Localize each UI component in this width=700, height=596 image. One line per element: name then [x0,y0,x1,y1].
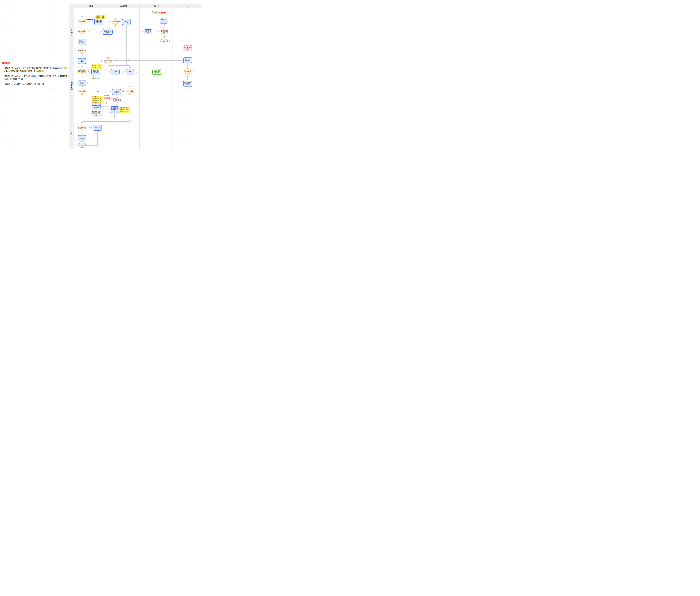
sticky-note-restore-fill-2[interactable]: 问题还原：必填。问题澄清：可选。 [91,64,102,69]
decision-can-handle[interactable]: 是否能处理 [78,18,86,25]
glossary-list: • 问题还原（处理人填写）：带序号阐述问题定位的过程。说明排查的步骤以及思路。可… [2,67,68,86]
subprocess-requirement-tracking[interactable]: 需求跟踪子流程 [183,46,192,51]
decision-patch-passed[interactable]: 打补丁后是否通过 [160,29,169,35]
edge-label-no: 否 [116,104,118,106]
glossary-item-restore: • 问题还原（处理人填写）：带序号阐述问题定位的过程。说明排查的步骤以及思路。可… [2,67,68,73]
decision-meets-fix-conditions[interactable]: 是否满足修复条件 [78,68,86,75]
process-lichao-liuli-judge[interactable]: 李超/刘利判断是否转技术需求 [92,110,101,117]
edge-label-yes: 是 [97,90,99,92]
blocks-defect-annotation: blocks 缺陷单 [92,77,99,79]
decision-code-modified[interactable]: 是否修改代码 [78,125,86,131]
process-locate-1[interactable]: 定位 [122,19,131,25]
ticket-standard-tag[interactable]: 提单标准 [160,11,166,14]
edge-label-yes: 是 [81,77,83,79]
edge-label-yes: 是 [89,30,91,32]
decision-new-requirement[interactable]: 是否新需求 [183,68,193,75]
edge-label-no: 否 [186,77,189,79]
process-return-line2[interactable]: 退回二线 [93,125,102,131]
edge-label-no: 否 [88,70,90,72]
edge-label-yes: 是 [81,132,83,134]
edge-label-no: 否 [89,20,91,22]
decision-temp-solution-right[interactable]: 是否临时解 [126,88,134,95]
bullet-icon: • [2,83,2,86]
edge-label-no: 否 [164,26,165,27]
process-transfer-to-line1[interactable]: 单子转一线协助 [144,29,152,34]
sticky-note-escalation-fields[interactable]: 升级原因：必填。问题还原：必填。问题澄清：可选。解法说明：可选。 [92,96,103,104]
red-note-escalation-reasons: 1.找不到根因2.没有解决方案3.团队内没有能力独立解决 [103,95,116,100]
glossary-item-clarify: • 问题澄清（处理人填写）：问题的背景等说明。问题的根因，影响面有多广，需要的支… [2,75,68,80]
bullet-icon: • [2,75,2,80]
decision-temp-solution-left[interactable]: 是否临时解 [78,88,86,95]
edge-label-yes: 是 [128,58,130,60]
decision-known-issue-2[interactable]: 是否已知问题? [78,29,86,34]
glossary-item-escalation: • 升级原因（SM/CO填写）：说明由于哪些卡点，需要升级。 [2,83,68,86]
edge-label-no: 否 [115,65,117,67]
process-fix[interactable]: 修复 [126,69,134,75]
process-return-to-rd-2[interactable]: 退回对应研发 [183,81,192,87]
edge-label-yes: 是 [123,90,124,92]
process-locate-2[interactable]: 定位 [78,58,86,64]
process-pending-verify[interactable]: 待验证 [78,135,86,141]
sticky-note-restore-fill[interactable]: 问题还原：必填。问题澄清：可选。 [95,15,106,19]
decision-local-reproduce[interactable]: 本地是否复现 [78,48,86,54]
glossary-panel: 名词解释 • 问题还原（处理人填写）：带序号阐述问题定位的过程。说明排查的步骤以… [2,61,68,88]
process-create-task-sm-1[interactable]: 建任务给原团队SM [94,19,103,25]
process-assist-provide-materials[interactable]: 协助提供排查资料 [152,69,161,75]
edge-label-no: 否 [130,120,132,121]
process-return-to-rd[interactable]: 转回对应研发 [160,18,168,24]
process-note-hotfix[interactable]: 备注解决hotfix版本 [103,29,112,35]
process-join-group[interactable]: 入群 [111,69,120,75]
glossary-title: 名词解释 [2,61,68,64]
end-node-top[interactable]: 结束 [160,39,168,43]
decision-convert-to-requirement[interactable]: 是否转需求(PO) [103,57,112,65]
edge-label-yes: 是 [81,26,83,28]
edge-label-yes: 是 [194,70,196,72]
end-node-bottom[interactable]: 结束 [78,143,86,148]
process-create-task-sm-2[interactable]: 建任务给原团队SM [92,69,100,75]
edge-label-yes: 是 [111,27,113,29]
sticky-note-required-fields[interactable]: 问题还原：必填。问题澄清：必填。解法说明：必填。 [119,107,130,113]
edge-label-no: 否 [88,126,90,128]
process-create-group[interactable]: 建群（一线、tac） [78,39,86,45]
edge-label-yes: 是 [106,102,107,104]
decision-known-issue-1[interactable]: 是否已知问题? [111,18,120,25]
process-requirement-confirm[interactable]: 需求确认 [183,57,192,63]
start-node-submit-ticket[interactable]: 提单 [152,11,159,15]
edge-label-yes: 是 [81,55,83,57]
process-fix-question[interactable]: 修复? [78,80,86,86]
process-note-transfer-team-member[interactable]: 备注后任务转给团队成员 [110,106,119,113]
edge-label-no: 否 [81,35,83,37]
bullet-icon: • [2,67,2,73]
process-co-confirm[interactable]: CO确认 [112,89,121,95]
edge-label-no: 否 [81,102,83,103]
process-co-note-transfer-huantao[interactable]: CO备注后任务转给焕涛 [92,103,101,109]
edge-label-yes: 是 [164,36,165,38]
